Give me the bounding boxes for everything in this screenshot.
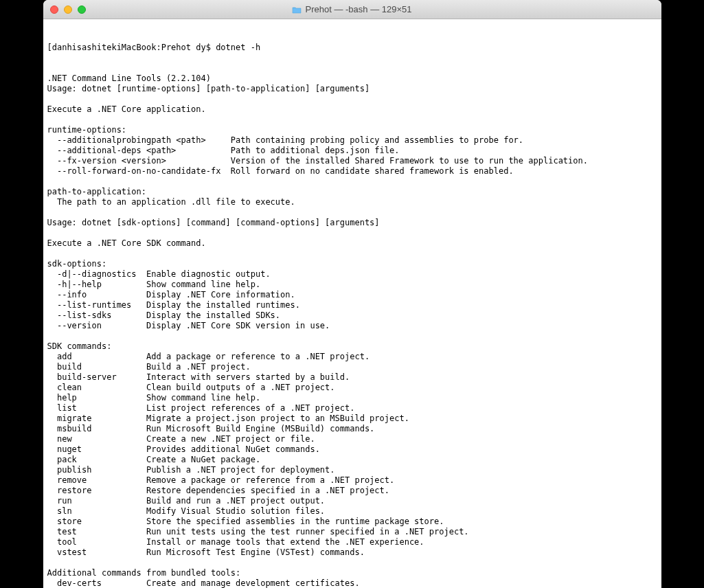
maximize-button[interactable] (78, 5, 86, 14)
terminal-line: vstest Run Microsoft Test Engine (VSTest… (47, 547, 657, 558)
terminal-line: Execute a .NET Core SDK command. (47, 238, 657, 249)
terminal-line: new Create a new .NET project or file. (47, 434, 657, 444)
terminal-line (47, 207, 657, 218)
terminal-line: Additional commands from bundled tools: (47, 568, 657, 578)
terminal-line: --additionalprobingpath <path> Path cont… (47, 135, 657, 146)
terminal-line: migrate Migrate a project.json project t… (47, 414, 657, 424)
terminal-line: run Build and run a .NET project output. (47, 496, 657, 506)
window-title-text: Prehot — -bash — 129×51 (305, 4, 411, 14)
terminal-line: sdk-options: (47, 259, 657, 269)
terminal-line: help Show command line help. (47, 393, 657, 403)
terminal-line: sln Modify Visual Studio solution files. (47, 506, 657, 517)
terminal-line: test Run unit tests using the test runne… (47, 527, 657, 537)
terminal-line: Execute a .NET Core application. (47, 104, 657, 115)
terminal-line: store Store the specified assemblies in … (47, 517, 657, 527)
terminal-line: msbuild Run Microsoft Build Engine (MSBu… (47, 424, 657, 434)
terminal-line: SDK commands: (47, 341, 657, 352)
terminal-line (47, 177, 657, 187)
titlebar[interactable]: Prehot — -bash — 129×51 (43, 0, 661, 19)
terminal-content[interactable]: [danhisashitekiMacBook:Prehot dy$ dotnet… (43, 19, 661, 588)
terminal-line: --info Display .NET Core information. (47, 290, 657, 300)
terminal-line: clean Clean build outputs of a .NET proj… (47, 383, 657, 393)
terminal-line: runtime-options: (47, 125, 657, 135)
terminal-line: --list-sdks Display the installed SDKs. (47, 310, 657, 321)
terminal-line (47, 115, 657, 125)
terminal-line: path-to-application: (47, 187, 657, 197)
terminal-line: Usage: dotnet [sdk-options] [command] [c… (47, 218, 657, 228)
minimize-button[interactable] (64, 5, 72, 14)
terminal-line (47, 94, 657, 104)
terminal-line (47, 228, 657, 238)
terminal-line: Usage: dotnet [runtime-options] [path-to… (47, 84, 657, 94)
terminal-line: .NET Command Line Tools (2.2.104) (47, 74, 657, 84)
close-button[interactable] (50, 5, 58, 14)
terminal-line: nuget Provides additional NuGet commands… (47, 444, 657, 455)
terminal-line (47, 249, 657, 259)
terminal-line: -h|--help Show command line help. (47, 280, 657, 290)
terminal-line: build-server Interact with servers start… (47, 372, 657, 383)
folder-icon (292, 5, 302, 13)
terminal-line: pack Create a NuGet package. (47, 455, 657, 465)
terminal-line: -d|--diagnostics Enable diagnostic outpu… (47, 269, 657, 280)
terminal-line: restore Restore dependencies specified i… (47, 486, 657, 496)
terminal-line (47, 558, 657, 568)
terminal-line: dev-certs Create and manage development … (47, 578, 657, 588)
terminal-line: publish Publish a .NET project for deplo… (47, 465, 657, 475)
terminal-line: --additional-deps <path> Path to additio… (47, 146, 657, 156)
traffic-lights (50, 5, 86, 14)
window-title: Prehot — -bash — 129×51 (43, 4, 661, 14)
terminal-prompt-line: [danhisashitekiMacBook:Prehot dy$ dotnet… (47, 43, 657, 53)
terminal-line: build Build a .NET project. (47, 362, 657, 372)
terminal-line: add Add a package or reference to a .NET… (47, 352, 657, 362)
terminal-window: Prehot — -bash — 129×51 [danhisashitekiM… (43, 0, 661, 588)
terminal-line: list List project references of a .NET p… (47, 403, 657, 414)
terminal-line: --roll-forward-on-no-candidate-fx Roll f… (47, 166, 657, 177)
terminal-line: --list-runtimes Display the installed ru… (47, 300, 657, 310)
terminal-line: remove Remove a package or reference fro… (47, 475, 657, 486)
terminal-line: --fx-version <version> Version of the in… (47, 156, 657, 166)
terminal-line: --version Display .NET Core SDK version … (47, 321, 657, 331)
terminal-line: tool Install or manage tools that extend… (47, 537, 657, 547)
terminal-output: .NET Command Line Tools (2.2.104)Usage: … (47, 74, 657, 588)
terminal-line: The path to an application .dll file to … (47, 197, 657, 207)
terminal-line (47, 331, 657, 341)
